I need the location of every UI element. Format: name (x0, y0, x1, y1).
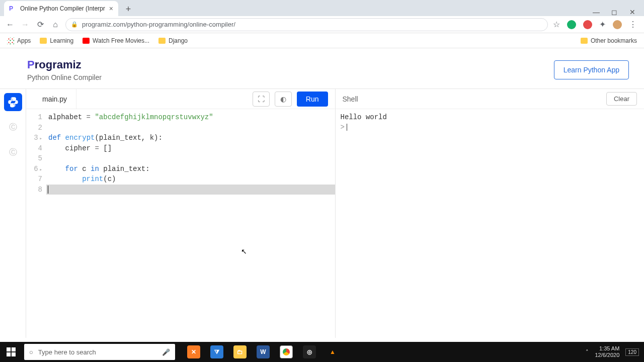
fullscreen-icon: ⛶ (258, 95, 265, 103)
windows-logo-icon (7, 347, 16, 356)
address-bar[interactable]: 🔒 programiz.com/python-programming/onlin… (65, 18, 548, 31)
folder-icon (158, 38, 166, 44)
code-editor[interactable]: 12345678 alphabet = "abcdefghijklmnopqrs… (26, 109, 335, 338)
taskbar-app-word[interactable]: W (252, 342, 275, 362)
shell-output-line: Hello world (341, 112, 639, 122)
svg-rect-3 (12, 352, 16, 356)
bookmarks-bar: Apps Learning Watch Free Movies... Djang… (0, 33, 644, 48)
taskbar-apps: ✕ ⧩ 🗀 W ◎ ▲ (182, 342, 344, 362)
svg-rect-1 (12, 347, 16, 351)
svg-rect-2 (7, 352, 11, 356)
browser-tabbar: P Online Python Compiler (Interpr × + — … (0, 0, 644, 16)
taskbar-search[interactable]: ○ Type here to search 🎤 (24, 344, 175, 360)
text-cursor (48, 186, 48, 194)
minimize-icon[interactable]: — (592, 8, 601, 16)
shell-head: Shell Clear (336, 89, 645, 109)
brand-subtitle: Python Online Compiler (27, 73, 102, 81)
favicon-icon: P (9, 5, 16, 12)
learn-python-app-button[interactable]: Learn Python App (554, 60, 629, 79)
shell-prompt: > (341, 123, 345, 131)
lock-icon: 🔒 (71, 21, 78, 28)
url-text: programiz.com/python-programming/online-… (82, 21, 235, 28)
extension-icon-2[interactable] (583, 20, 592, 29)
bookmark-other[interactable]: Other bookmarks (581, 37, 637, 44)
run-button[interactable]: Run (297, 92, 328, 107)
windows-taskbar: ○ Type here to search 🎤 ✕ ⧩ 🗀 W ◎ ▲ ˄ 1:… (0, 342, 644, 362)
python-icon (7, 96, 19, 108)
tray-clock[interactable]: 1:35 AM 12/6/2020 (595, 345, 619, 358)
rail-c-icon[interactable]: Ⓒ (4, 118, 22, 136)
window-controls: — ◻ ✕ (592, 5, 644, 16)
fullscreen-button[interactable]: ⛶ (253, 92, 270, 107)
moon-icon: ◐ (280, 95, 286, 103)
theme-toggle-button[interactable]: ◐ (275, 92, 292, 107)
extensions-icon[interactable]: ✦ (599, 20, 606, 29)
tab-title: Online Python Compiler (Interpr (20, 5, 105, 12)
star-icon[interactable]: ☆ (553, 20, 560, 29)
tray-notifications[interactable]: 120 (625, 348, 639, 356)
folder-icon (581, 38, 588, 44)
brand-title: Programiz (27, 58, 102, 71)
youtube-icon (83, 38, 90, 44)
close-window-icon[interactable]: ✕ (628, 8, 637, 16)
language-rail: Ⓒ Ⓒ (0, 89, 26, 338)
mic-icon[interactable]: 🎤 (162, 348, 170, 356)
reload-button[interactable]: ⟳ (35, 20, 45, 29)
start-button[interactable] (0, 342, 22, 362)
browser-tab[interactable]: P Online Python Compiler (Interpr × (4, 1, 118, 16)
tray-chevron-icon[interactable]: ˄ (586, 349, 589, 355)
rail-cpp-icon[interactable]: Ⓒ (4, 143, 22, 161)
system-tray: ˄ 1:35 AM 12/6/2020 120 (586, 345, 644, 358)
new-tab-button[interactable]: + (121, 2, 135, 16)
maximize-icon[interactable]: ◻ (610, 8, 619, 16)
workspace: Ⓒ Ⓒ main.py ⛶ ◐ Run 12345678 alphabet = … (0, 88, 644, 338)
svg-rect-0 (7, 347, 11, 351)
taskbar-app-obs[interactable]: ◎ (298, 342, 321, 362)
shell-label: Shell (343, 95, 358, 103)
editor-pane: main.py ⛶ ◐ Run 12345678 alphabet = "abc… (26, 89, 336, 338)
browser-toolbar: ← → ⟳ ⌂ 🔒 programiz.com/python-programmi… (0, 16, 644, 33)
back-button[interactable]: ← (5, 20, 15, 29)
rail-python-icon[interactable] (4, 93, 22, 111)
line-gutter: 12345678 (26, 109, 46, 338)
forward-button[interactable]: → (20, 20, 30, 29)
brand-block: Programiz Python Online Compiler (27, 58, 102, 81)
extension-icon-1[interactable] (567, 20, 576, 29)
bookmark-learning[interactable]: Learning (40, 37, 73, 44)
taskbar-app-xampp[interactable]: ✕ (182, 342, 205, 362)
editor-head: main.py ⛶ ◐ Run (26, 89, 335, 109)
clear-button[interactable]: Clear (606, 92, 637, 106)
taskbar-app-chrome[interactable] (275, 342, 298, 362)
folder-icon (40, 38, 47, 44)
apps-grid-icon (7, 37, 14, 44)
code-content[interactable]: alphabet = "abcdefghijklmnopqrstuvwxyz" … (46, 109, 335, 338)
profile-avatar-icon[interactable] (613, 20, 622, 29)
file-tab[interactable]: main.py (33, 89, 76, 109)
bookmark-apps[interactable]: Apps (7, 37, 31, 44)
page-header: Programiz Python Online Compiler Learn P… (0, 48, 644, 88)
bookmark-watch-free-movies[interactable]: Watch Free Movies... (83, 37, 149, 44)
bookmark-django[interactable]: Django (158, 37, 188, 44)
search-icon: ○ (29, 348, 33, 356)
home-button[interactable]: ⌂ (50, 20, 60, 29)
shell-output[interactable]: Hello world > (336, 109, 645, 338)
shell-cursor (347, 124, 347, 131)
search-placeholder: Type here to search (38, 348, 96, 356)
taskbar-app-vlc[interactable]: ▲ (321, 342, 344, 362)
taskbar-app-vscode[interactable]: ⧩ (205, 342, 228, 362)
shell-pane: Shell Clear Hello world > (336, 89, 645, 338)
taskbar-app-explorer[interactable]: 🗀 (228, 342, 252, 362)
current-line-highlight (46, 185, 335, 195)
browser-menu-icon[interactable]: ⋮ (629, 20, 637, 29)
close-tab-icon[interactable]: × (109, 5, 113, 13)
